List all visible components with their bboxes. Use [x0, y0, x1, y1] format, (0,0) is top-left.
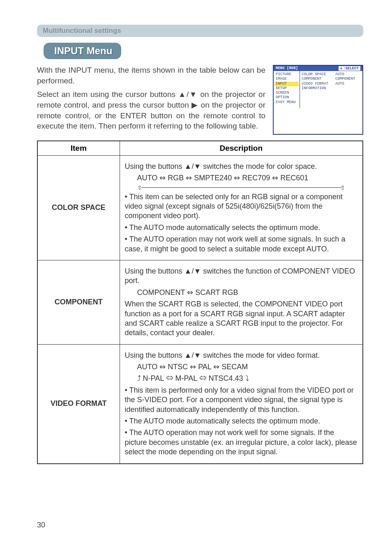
th-desc: Description: [120, 141, 363, 156]
osd-left-item: IMAGE: [274, 77, 299, 81]
osd-header-left: MENU [RGB]: [276, 66, 298, 71]
osd-val: COMPONENT: [335, 77, 355, 81]
osd-left-item: INPUT: [274, 82, 299, 86]
item-color-space: COLOR SPACE: [37, 155, 120, 260]
cycle-line: AUTO ⇔ NTSC ⇔ PAL ⇔ SECAM: [125, 362, 358, 372]
osd-left-item: PICTURE: [274, 72, 299, 77]
desc-component: Using the buttons ▲/▼ switches the funct…: [120, 260, 363, 344]
arrow-up-right-icon: ⇧: [340, 184, 345, 191]
section-banner: Multifunctional settings: [37, 25, 363, 37]
osd-right-panel: COLOR SPACEAUTOCOMPONENTCOMPONENTVIDEO F…: [300, 71, 362, 108]
osd-right-row: COMPONENTCOMPONENT: [302, 77, 361, 81]
cycle-line: COMPONENT ⇔ SCART RGB: [125, 288, 358, 297]
osd-key: COMPONENT: [302, 77, 335, 81]
osd-key: VIDEO FORMAT: [302, 82, 335, 86]
table-row: COMPONENT Using the buttons ▲/▼ switches…: [37, 260, 363, 344]
cycle-line-icon: [141, 187, 341, 188]
osd-right-row: VIDEO FORMATAUTO: [302, 82, 361, 86]
table-row: VIDEO FORMAT Using the buttons ▲/▼ switc…: [37, 344, 363, 463]
intro-p2: Select an item using the cursor buttons …: [37, 89, 265, 131]
desc-line: Using the buttons ▲/▼ switches the mode …: [125, 351, 358, 360]
page-number: 30: [37, 521, 45, 529]
desc-line: • The AUTO operation may not work well f…: [125, 428, 358, 457]
intro-text: With the INPUT menu, the items shown in …: [37, 65, 265, 135]
desc-line: • The AUTO operation may not work well a…: [125, 235, 358, 254]
desc-line: Using the buttons ▲/▼ switches the funct…: [125, 267, 358, 286]
osd-left-item: EASY MENU: [274, 100, 299, 105]
item-component: COMPONENT: [37, 260, 120, 344]
menu-title-pill: INPUT Menu: [44, 43, 121, 59]
osd-key: COLOR SPACE: [302, 72, 335, 77]
cycle-line: ⤴ N-PAL ⇔ M-PAL ⇔ NTSC4.43 ⤵: [125, 374, 358, 383]
osd-header: MENU [RGB] ✥:SELECT: [274, 66, 362, 71]
osd-left-item: SCREEN: [274, 91, 299, 95]
desc-line: • This item can be selected only for an …: [125, 192, 358, 221]
osd-right-row: INFORMATION: [302, 86, 361, 91]
table-row: COLOR SPACE Using the buttons ▲/▼ switch…: [37, 155, 363, 260]
arrow-up-left-icon: ⇧: [137, 184, 142, 191]
intro-block: With the INPUT menu, the items shown in …: [37, 65, 363, 135]
item-video-format: VIDEO FORMAT: [37, 344, 120, 463]
desc-line: • The AUTO mode automatically selects th…: [125, 417, 358, 426]
osd-figure: MENU [RGB] ✥:SELECT PICTUREIMAGEINPUTSET…: [273, 65, 363, 135]
select-icon: ✥: [340, 66, 342, 71]
desc-color-space: Using the buttons ▲/▼ switches the mode …: [120, 155, 363, 260]
th-item: Item: [37, 141, 120, 156]
osd-right-row: COLOR SPACEAUTO: [302, 72, 361, 77]
cycle-line: AUTO ⇔ RGB ⇔ SMPTE240 ⇔ REC709 ⇔ REC601: [125, 173, 358, 183]
desc-line: Using the buttons ▲/▼ switches the mode …: [125, 162, 358, 171]
cycle-arrows: ⇧ ⇧: [137, 185, 346, 190]
desc-line: • This item is performed only for a vide…: [125, 386, 358, 414]
osd-left-item: SETUP: [274, 86, 299, 91]
desc-line: When the SCART RGB is selected, the COMP…: [125, 299, 358, 338]
osd-body: PICTUREIMAGEINPUTSETUPSCREENOPTIONEASY M…: [274, 71, 362, 108]
osd-select-text: :SELECT: [343, 67, 359, 71]
osd-left-item: OPTION: [274, 95, 299, 100]
settings-table: Item Description COLOR SPACE Using the b…: [37, 140, 363, 464]
osd-val: AUTO: [335, 82, 344, 86]
osd-val: AUTO: [335, 72, 344, 77]
osd-key: INFORMATION: [302, 86, 335, 91]
intro-p1: With the INPUT menu, the items shown in …: [37, 65, 265, 86]
osd-left-menu: PICTUREIMAGEINPUTSETUPSCREENOPTIONEASY M…: [274, 71, 300, 108]
desc-line: • The AUTO mode automatically selects th…: [125, 223, 358, 232]
desc-video-format: Using the buttons ▲/▼ switches the mode …: [120, 344, 363, 463]
osd-header-select: ✥:SELECT: [339, 66, 360, 71]
